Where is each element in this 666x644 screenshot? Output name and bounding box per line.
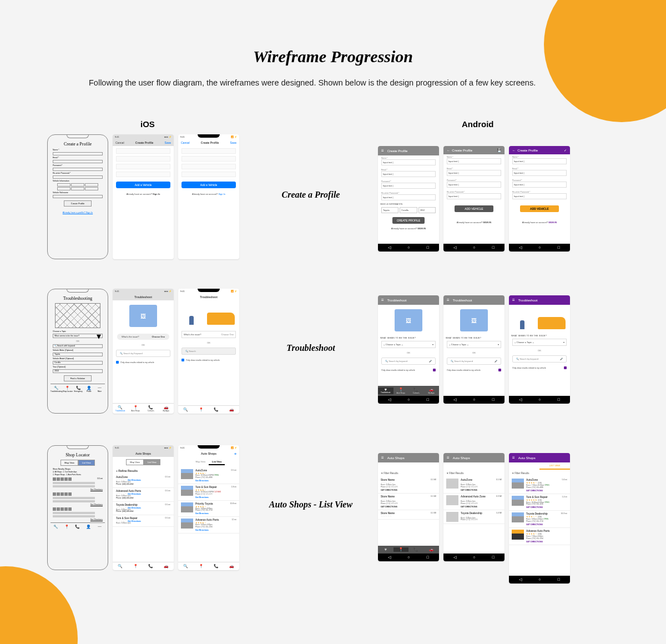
add-vehicle-button[interactable]: ADD VEHICLE [455,205,493,212]
android-profile-v2: ← Create Profile💾 Name *Input text | Ema… [443,146,504,251]
android-shops-v3: ≡Auto Shops MAP VIEWLIST VIEW ▾ Filter R… [509,453,570,583]
ios-ts-row: Troubleshooting Choose a Topic What seem… [47,289,239,414]
add-vehicle-button[interactable]: Add a Vehicle [116,182,170,188]
android-profile-row: ≡Create Profile Name *Input text | Email… [378,146,570,251]
decorative-blob-top [544,0,666,122]
image-placeholder-icon: 🖼 [395,309,422,331]
ios-profile-sketch: Create a Profile Name * Email * Password… [47,134,108,259]
back-icon: ◁ [388,245,391,250]
ios-ts-v2: 9:41●●● ⚡ Troubleshoot 🖼 What's the issu… [113,289,174,414]
ios-shops-v3: 9:41📶 ⚡ Auto Shops⊕ Map ViewList View Au… [178,445,239,570]
row-label-shops: Auto Shops - List View [255,500,366,510]
ios-ts-v3: 9:41📶 ⚡ Troubleshoot What's the issue?Ch… [178,289,239,414]
find-solution-button[interactable]: Find a Solution [64,375,92,381]
filter-icon[interactable]: ⊕ [234,452,236,455]
android-shops-v1: ≡Auto Shops MAP VIEWLIST VIEW ▾ Filter R… [378,453,439,561]
android-profile-v3: ← Create Profile✓ Name *Input text | Ema… [509,146,570,251]
ios-ts-sketch: Troubleshooting Choose a Topic What seem… [47,289,108,414]
intro-text: Following the user flow diagram, the wir… [89,77,577,88]
save-icon[interactable]: 💾 [497,148,501,152]
android-profile-v1: ≡Create Profile Name *Input text | Email… [378,146,439,251]
android-ts-row: ≡Troubleshoot 🖼 WHAT SEEMS TO BE THE ISS… [378,295,570,404]
ios-profile-v3: 9:41📶 ⚡ CancelCreate ProfileSave Add a V… [178,134,239,259]
add-vehicle-button[interactable]: Add a Vehicle [181,182,236,188]
car-illustration [181,304,236,326]
back-icon[interactable]: ← [447,149,450,152]
add-vehicle-button[interactable]: ADD VEHICLE [520,205,559,212]
ios-profile-row: Create a Profile Name * Email * Password… [47,134,239,259]
android-shops-row: ≡Auto Shops MAP VIEWLIST VIEW ▾ Filter R… [378,453,570,583]
android-ts-v2: ≡Troubleshoot 🖼 WHAT SEEMS TO BE THE ISS… [443,295,504,404]
ios-shops-row: Shop Locator Map ViewList View Show Near… [47,445,239,570]
android-col-header: Android [462,119,494,129]
create-profile-button[interactable]: Create Profile [64,200,92,207]
row-label-profile: Create a Profile [255,190,366,200]
android-shops-v2: ≡Auto Shops MAP VIEWLIST VIEW ▾ Filter R… [443,453,504,561]
back-icon[interactable]: ← [512,149,516,152]
image-placeholder-icon: 🖼 [129,305,157,327]
recent-icon: □ [427,245,429,250]
checkbox[interactable] [116,361,119,364]
check-icon[interactable]: ✓ [564,148,567,152]
menu-icon[interactable]: ≡ [381,148,384,153]
decorative-blob-bottom [0,566,78,644]
android-ts-v1: ≡Troubleshoot 🖼 WHAT SEEMS TO BE THE ISS… [378,295,439,404]
row-label-troubleshoot: Troubleshoot [255,343,366,353]
ios-profile-v2: 9:41●●● ⚡ CancelCreate ProfileSave Add a… [113,134,174,259]
home-icon: ○ [407,245,410,250]
ios-col-header: iOS [140,119,155,129]
android-ts-v3: ≡Troubleshoot WHAT SEEMS TO BE THE ISSUE… [509,295,570,404]
ios-shops-sketch: Shop Locator Map ViewList View Show Near… [47,445,108,570]
ios-shops-v2: 9:41●●● ⚡ Auto Shops Map ViewList View +… [113,445,174,570]
create-profile-button[interactable]: CREATE PROFILE [392,217,425,224]
